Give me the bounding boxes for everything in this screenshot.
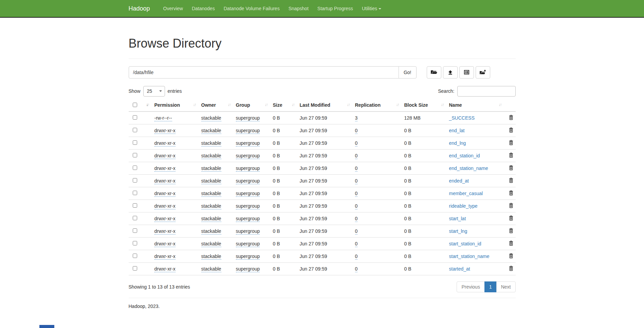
group-cell[interactable]: supergroup xyxy=(236,266,260,272)
file-name-link[interactable]: started_at xyxy=(449,266,470,272)
column-header-select[interactable]: ↓↑ xyxy=(129,99,152,111)
group-cell[interactable]: supergroup xyxy=(236,241,260,247)
select-all-checkbox[interactable] xyxy=(133,103,137,107)
group-cell[interactable]: supergroup xyxy=(236,254,260,260)
sort-icon[interactable]: ↓↑ xyxy=(441,102,444,107)
sort-icon[interactable]: ↓↑ xyxy=(396,102,399,107)
search-input[interactable] xyxy=(457,86,516,97)
replication-cell[interactable]: 0 xyxy=(355,203,358,209)
owner-cell[interactable]: stackable xyxy=(201,266,221,272)
column-header-block-size[interactable]: Block Size↓↑ xyxy=(402,99,446,111)
nav-link-overview[interactable]: Overview xyxy=(159,1,187,16)
delete-button[interactable] xyxy=(507,115,515,120)
delete-button[interactable] xyxy=(507,190,515,195)
delete-button[interactable] xyxy=(507,215,515,221)
permission-cell[interactable]: drwxr-xr-x xyxy=(154,166,176,172)
row-checkbox[interactable] xyxy=(133,228,137,233)
row-checkbox[interactable] xyxy=(133,153,137,157)
column-header-name[interactable]: Name↓↑ xyxy=(446,99,504,111)
column-header-size[interactable]: Size↓↑ xyxy=(270,99,297,111)
column-header-permission[interactable]: Permission↓↑ xyxy=(152,99,199,111)
file-name-link[interactable]: ended_at xyxy=(449,178,469,184)
owner-cell[interactable]: stackable xyxy=(201,203,221,209)
owner-cell[interactable]: stackable xyxy=(201,153,221,159)
sort-icon[interactable]: ↓↑ xyxy=(228,102,231,107)
create-directory-button[interactable] xyxy=(427,66,441,79)
file-name-link[interactable]: rideable_type xyxy=(449,203,478,209)
delete-button[interactable] xyxy=(507,228,515,233)
delete-button[interactable] xyxy=(507,140,515,145)
replication-cell[interactable]: 0 xyxy=(355,254,358,260)
row-checkbox[interactable] xyxy=(133,140,137,145)
row-checkbox[interactable] xyxy=(133,115,137,120)
owner-cell[interactable]: stackable xyxy=(201,191,221,197)
permission-cell[interactable]: drwxr-xr-x xyxy=(154,178,176,184)
group-cell[interactable]: supergroup xyxy=(236,228,260,235)
owner-cell[interactable]: stackable xyxy=(201,241,221,247)
sort-icon[interactable]: ↓↑ xyxy=(347,102,350,107)
nav-item-datanode-volume-failures[interactable]: Datanode Volume Failures xyxy=(219,1,284,16)
row-checkbox[interactable] xyxy=(133,166,137,170)
replication-cell[interactable]: 0 xyxy=(355,128,358,134)
nav-link-datanode-volume-failures[interactable]: Datanode Volume Failures xyxy=(219,1,284,16)
permission-cell[interactable]: drwxr-xr-x xyxy=(154,140,176,146)
file-name-link[interactable]: end_station_name xyxy=(449,166,488,171)
nav-item-startup-progress[interactable]: Startup Progress xyxy=(313,1,357,16)
group-cell[interactable]: supergroup xyxy=(236,140,260,146)
row-checkbox[interactable] xyxy=(133,254,137,258)
nav-link-snapshot[interactable]: Snapshot xyxy=(284,1,313,16)
group-cell[interactable]: supergroup xyxy=(236,178,260,184)
sort-icon[interactable]: ↓↑ xyxy=(265,102,268,107)
delete-button[interactable] xyxy=(507,165,515,170)
delete-button[interactable] xyxy=(507,153,515,158)
permission-cell[interactable]: drwxr-xr-x xyxy=(154,128,176,134)
column-header-replication[interactable]: Replication↓↑ xyxy=(352,99,402,111)
replication-cell[interactable]: 0 xyxy=(355,166,358,172)
pagination-next[interactable]: Next xyxy=(497,281,516,292)
group-cell[interactable]: supergroup xyxy=(236,128,260,134)
nav-link-startup-progress[interactable]: Startup Progress xyxy=(313,1,357,16)
row-checkbox[interactable] xyxy=(133,203,137,208)
replication-cell[interactable]: 0 xyxy=(355,140,358,146)
permission-cell[interactable]: drwxr-xr-x xyxy=(154,266,176,272)
row-checkbox[interactable] xyxy=(133,216,137,220)
nav-item-overview[interactable]: Overview xyxy=(159,1,187,16)
owner-cell[interactable]: stackable xyxy=(201,254,221,260)
page-size-select[interactable]: 25 xyxy=(143,86,165,97)
directory-path-input[interactable] xyxy=(129,66,399,79)
file-name-link[interactable]: member_casual xyxy=(449,191,483,196)
nav-item-snapshot[interactable]: Snapshot xyxy=(284,1,313,16)
file-name-link[interactable]: start_lng xyxy=(449,228,467,234)
owner-cell[interactable]: stackable xyxy=(201,115,221,121)
pagination-previous[interactable]: Previous xyxy=(457,281,484,292)
upload-file-button[interactable] xyxy=(443,66,458,79)
column-header-last-modified[interactable]: Last Modified↓↑ xyxy=(297,99,352,111)
sort-icon[interactable]: ↓↑ xyxy=(292,102,294,107)
sort-icon[interactable]: ↓↑ xyxy=(146,102,149,107)
group-cell[interactable]: supergroup xyxy=(236,153,260,159)
file-name-link[interactable]: start_station_id xyxy=(449,241,481,246)
permission-cell[interactable]: drwxr-xr-x xyxy=(154,216,176,222)
delete-button[interactable] xyxy=(507,241,515,246)
move-to-trash-toggle-button[interactable] xyxy=(476,66,490,79)
owner-cell[interactable]: stackable xyxy=(201,228,221,235)
group-cell[interactable]: supergroup xyxy=(236,216,260,222)
sort-icon[interactable]: ↓↑ xyxy=(193,102,196,107)
file-name-link[interactable]: _SUCCESS xyxy=(449,115,475,121)
owner-cell[interactable]: stackable xyxy=(201,178,221,184)
delete-button[interactable] xyxy=(507,127,515,133)
row-checkbox[interactable] xyxy=(133,241,137,245)
file-name-link[interactable]: start_station_name xyxy=(449,254,490,259)
brand-hadoop[interactable]: Hadoop xyxy=(129,5,155,12)
permission-cell[interactable]: drwxr-xr-x xyxy=(154,241,176,247)
nav-link-datanodes[interactable]: Datanodes xyxy=(187,1,219,16)
permission-cell[interactable]: drwxr-xr-x xyxy=(154,228,176,235)
file-name-link[interactable]: end_lat xyxy=(449,128,465,133)
file-name-link[interactable]: end_lng xyxy=(449,140,466,146)
row-checkbox[interactable] xyxy=(133,191,137,195)
permission-cell[interactable]: drwxr-xr-x xyxy=(154,153,176,159)
group-cell[interactable]: supergroup xyxy=(236,166,260,172)
file-name-link[interactable]: start_lat xyxy=(449,216,466,221)
replication-cell[interactable]: 0 xyxy=(355,216,358,222)
owner-cell[interactable]: stackable xyxy=(201,128,221,134)
